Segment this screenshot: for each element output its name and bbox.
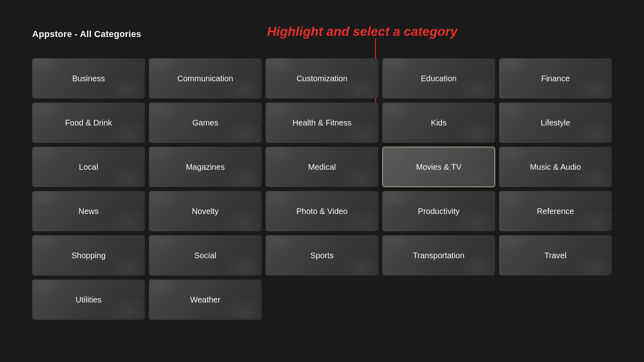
- category-label: Reference: [537, 207, 574, 216]
- category-label: Novelty: [192, 207, 219, 216]
- category-label: Local: [79, 162, 98, 172]
- category-item-productivity[interactable]: Productivity: [382, 191, 495, 231]
- category-label: Medical: [308, 162, 336, 172]
- category-item-shopping[interactable]: Shopping: [32, 235, 145, 276]
- category-label: Games: [192, 118, 218, 128]
- category-item-local[interactable]: Local: [32, 147, 145, 187]
- category-label: Customization: [297, 74, 348, 83]
- category-item-reference[interactable]: Reference: [499, 191, 612, 231]
- category-item-lifestyle[interactable]: Lifestyle: [499, 103, 612, 143]
- category-item-utilities[interactable]: Utilities: [32, 280, 145, 320]
- category-label: Utilities: [76, 295, 101, 304]
- category-label: Weather: [190, 295, 220, 304]
- category-item-weather[interactable]: Weather: [149, 280, 262, 320]
- category-item-games[interactable]: Games: [149, 103, 262, 143]
- category-label: Sports: [310, 251, 334, 260]
- category-label: Transportation: [413, 251, 464, 260]
- category-item-music---audio[interactable]: Music & Audio: [499, 147, 612, 187]
- category-item-photo---video[interactable]: Photo & Video: [266, 191, 378, 231]
- category-item-novelty[interactable]: Novelty: [149, 191, 262, 231]
- category-item-communication[interactable]: Communication: [149, 58, 262, 99]
- category-label: News: [78, 207, 99, 216]
- category-item-kids[interactable]: Kids: [382, 103, 495, 143]
- category-label: Food & Drink: [65, 118, 112, 128]
- category-item-customization[interactable]: Customization: [266, 58, 378, 99]
- category-label: Travel: [545, 251, 567, 260]
- category-item-medical[interactable]: Medical: [266, 147, 378, 187]
- category-label: Business: [72, 74, 105, 83]
- category-label: Health & Fitness: [293, 118, 352, 128]
- category-label: Communication: [178, 74, 233, 83]
- categories-grid: BusinessCommunicationCustomizationEducat…: [32, 58, 612, 320]
- category-item-education[interactable]: Education: [382, 58, 495, 99]
- category-label: Education: [421, 74, 457, 83]
- category-item-finance[interactable]: Finance: [499, 58, 612, 99]
- category-item-magazines[interactable]: Magazines: [149, 147, 262, 187]
- category-label: Photo & Video: [296, 207, 348, 216]
- category-label: Social: [194, 251, 216, 260]
- instruction-container: Highlight and select a category: [0, 24, 644, 39]
- category-item-food---drink[interactable]: Food & Drink: [32, 103, 145, 143]
- category-item-social[interactable]: Social: [149, 235, 262, 276]
- category-item-health---fitness[interactable]: Health & Fitness: [266, 103, 378, 143]
- category-item-sports[interactable]: Sports: [266, 235, 378, 276]
- category-item-transportation[interactable]: Transportation: [382, 235, 495, 276]
- category-label: Movies & TV: [416, 162, 462, 172]
- category-label: Music & Audio: [530, 162, 581, 172]
- category-item-movies---tv[interactable]: Movies & TV: [382, 147, 495, 187]
- category-label: Finance: [541, 74, 570, 83]
- category-label: Productivity: [418, 207, 459, 216]
- category-label: Shopping: [72, 251, 106, 260]
- category-label: Magazines: [186, 162, 225, 172]
- category-label: Kids: [431, 118, 447, 128]
- category-item-news[interactable]: News: [32, 191, 145, 231]
- category-item-business[interactable]: Business: [32, 58, 145, 99]
- instruction-text: Highlight and select a category: [267, 24, 458, 39]
- category-label: Lifestyle: [541, 118, 570, 128]
- category-item-travel[interactable]: Travel: [499, 235, 612, 276]
